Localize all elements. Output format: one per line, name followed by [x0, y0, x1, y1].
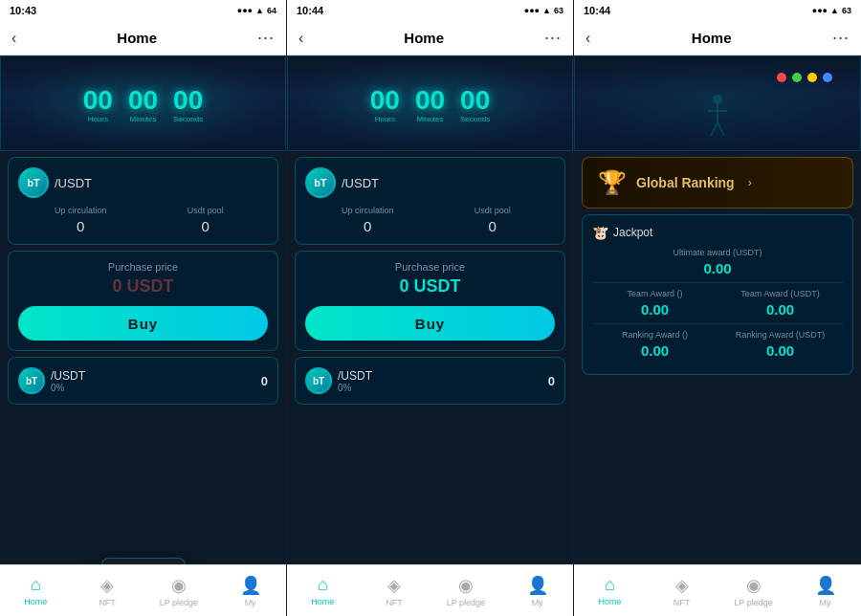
minutes-unit-1: 00 Minutes: [128, 87, 158, 123]
tab-home-3[interactable]: ⌂ Home: [574, 575, 646, 606]
tab-my-1[interactable]: 👤 My: [214, 575, 286, 607]
nav-bar-2: ‹ Home ···: [287, 21, 573, 55]
lp-row-2: bT /USDT 0% 0: [295, 357, 565, 405]
panel-content-2: 00 Hours 00 Minutes 00 Seconds bT /USDT: [287, 55, 573, 564]
nav-menu-1[interactable]: ···: [257, 28, 275, 48]
seconds-value-2: 00: [460, 87, 490, 114]
ranking-award-col-3: Ranking Award () 0.00: [592, 330, 718, 359]
nav-bar-1: ‹ Home ···: [0, 21, 286, 55]
up-circulation-value-1: 0: [77, 218, 84, 234]
panel-content-3: 🏆 Global Ranking › 🐮 Jackpot Ultimate aw…: [574, 55, 861, 564]
status-time-2: 10:44: [297, 5, 323, 16]
tab-home-2[interactable]: ⌂ Home: [287, 575, 359, 606]
ranking-arrow-3: ›: [748, 176, 752, 189]
ranking-banner-3[interactable]: 🏆 Global Ranking ›: [582, 157, 853, 209]
usdt-pool-value-2: 0: [489, 218, 497, 234]
buy-button-1[interactable]: Buy: [18, 306, 268, 341]
nav-menu-3[interactable]: ···: [832, 28, 850, 48]
tab-my-2[interactable]: 👤 My: [501, 575, 573, 607]
status-icons-1: ●●● ▲ 64: [237, 6, 276, 15]
purchase-price-2: 0 USDT: [305, 276, 555, 297]
panel-2: 10:44 ●●● ▲ 63 ‹ Home ··· 00 Hours 00 Mi…: [287, 0, 574, 616]
minutes-label-1: Minutes: [129, 115, 156, 123]
home-label-3: Home: [598, 597, 621, 606]
home-icon-1: ⌂: [31, 575, 41, 595]
jackpot-section-3: 🐮 Jackpot Ultimate award (USDT) 0.00 Tea…: [582, 214, 853, 375]
countdown-2: 00 Hours 00 Minutes 00 Seconds: [370, 87, 490, 123]
countdown-1: 00 Hours 00 Minutes 00 Seconds: [83, 87, 203, 123]
up-circulation-label-1: Up circulation: [55, 206, 107, 215]
buy-button-2[interactable]: Buy: [305, 306, 555, 341]
my-label-3: My: [820, 598, 831, 607]
my-label-1: My: [245, 598, 256, 607]
wifi-icon-1: ▲: [255, 6, 264, 15]
ranking-award-usdt-value-3: 0.00: [718, 342, 843, 359]
tab-lp-2[interactable]: ◉ LP pledge: [430, 575, 502, 607]
seconds-unit-2: 00 Seconds: [460, 87, 490, 123]
nft-label-3: NFT: [673, 598, 691, 607]
my-icon-3: 👤: [815, 575, 836, 596]
lp-icon-2: ◉: [458, 575, 474, 596]
hero-banner-3: [574, 55, 861, 151]
ultimate-label-3: Ultimate award (USDT): [592, 248, 843, 257]
nav-menu-2[interactable]: ···: [544, 28, 562, 48]
jackpot-icon-3: 🐮: [592, 225, 608, 240]
tab-lp-1[interactable]: ◉ LP pledge: [144, 575, 215, 607]
tab-my-3[interactable]: 👤 My: [789, 575, 861, 607]
dot-yellow-3: [807, 73, 817, 82]
status-bar-2: 10:44 ●●● ▲ 63: [287, 0, 573, 21]
svg-line-3: [711, 122, 718, 136]
status-icons-3: ●●● ▲ 63: [812, 6, 851, 15]
panel-3: 10:44 ●●● ▲ 63 ‹ Home ···: [574, 0, 861, 616]
hours-unit-1: 00 Hours: [83, 87, 113, 123]
battery-icon-3: 63: [842, 6, 851, 15]
panel-1: 10:43 ●●● ▲ 64 ‹ Home ··· 00 Hours 00 Mi…: [0, 0, 287, 616]
ultimate-row-3: Ultimate award (USDT) 0.00: [592, 248, 843, 276]
team-award-row-3: Team Award () 0.00 Team Award (USDT) 0.0…: [592, 289, 843, 318]
team-award-usdt-label-3: Team Award (USDT): [718, 289, 843, 298]
usdt-pool-value-1: 0: [202, 218, 210, 234]
token-icon-1: bT: [18, 167, 49, 198]
hours-label-1: Hours: [88, 115, 108, 123]
up-circulation-col-1: Up circulation 0: [18, 206, 144, 234]
ranking-award-usdt-label-3: Ranking Award (USDT): [718, 330, 843, 340]
tab-bar-2: ⌂ Home ◈ NFT ◉ LP pledge 👤 My: [287, 564, 573, 616]
tab-nft-3[interactable]: ◈ NFT: [646, 575, 718, 607]
status-icons-2: ●●● ▲ 63: [524, 6, 563, 15]
up-circulation-value-2: 0: [364, 218, 371, 234]
lp-label-1: LP pledge: [160, 598, 198, 607]
tab-lp-3[interactable]: ◉ LP pledge: [718, 575, 789, 607]
dot-blue-3: [823, 73, 832, 82]
usdt-pool-col-1: Usdt pool 0: [144, 206, 269, 234]
trophy-icon-3: 🏆: [598, 169, 627, 196]
token-section-1: bT /USDT Up circulation 0 Usdt pool 0: [8, 157, 278, 245]
battery-icon-1: 64: [267, 6, 276, 15]
hero-dots-3: [777, 73, 832, 82]
team-award-value-3: 0.00: [592, 301, 718, 318]
token-stats-1: Up circulation 0 Usdt pool 0: [18, 206, 268, 234]
my-icon-2: 👤: [527, 575, 548, 596]
nav-title-1: Home: [117, 30, 157, 46]
signal-icon-3: ●●●: [812, 6, 828, 15]
lp-info-2: /USDT 0%: [338, 369, 548, 393]
back-button-2[interactable]: ‹: [298, 30, 303, 47]
purchase-label-1: Purchase price: [18, 261, 268, 273]
minutes-unit-2: 00 Minutes: [415, 87, 445, 123]
usdt-pool-col-2: Usdt pool 0: [430, 206, 556, 234]
tab-nft-2[interactable]: ◈ NFT: [359, 575, 430, 607]
team-award-col-3: Team Award () 0.00: [592, 289, 718, 318]
ranking-award-label-3: Ranking Award (): [592, 330, 718, 340]
lp-amount-1: 0: [261, 374, 268, 388]
dot-green-3: [792, 73, 802, 82]
token-name-2: /USDT: [342, 176, 379, 190]
back-button-3[interactable]: ‹: [585, 30, 590, 47]
tab-nft-1[interactable]: ◈ NFT: [72, 575, 144, 607]
signal-icon-2: ●●●: [524, 6, 540, 15]
minutes-label-2: Minutes: [416, 115, 443, 123]
tab-home-1[interactable]: ⌂ Home: [0, 575, 72, 606]
my-icon-1: 👤: [240, 575, 261, 596]
nav-bar-3: ‹ Home ···: [574, 21, 861, 55]
back-button-1[interactable]: ‹: [11, 30, 16, 47]
purchase-label-2: Purchase price: [305, 261, 555, 273]
token-section-2: bT /USDT Up circulation 0 Usdt pool 0: [295, 157, 565, 245]
